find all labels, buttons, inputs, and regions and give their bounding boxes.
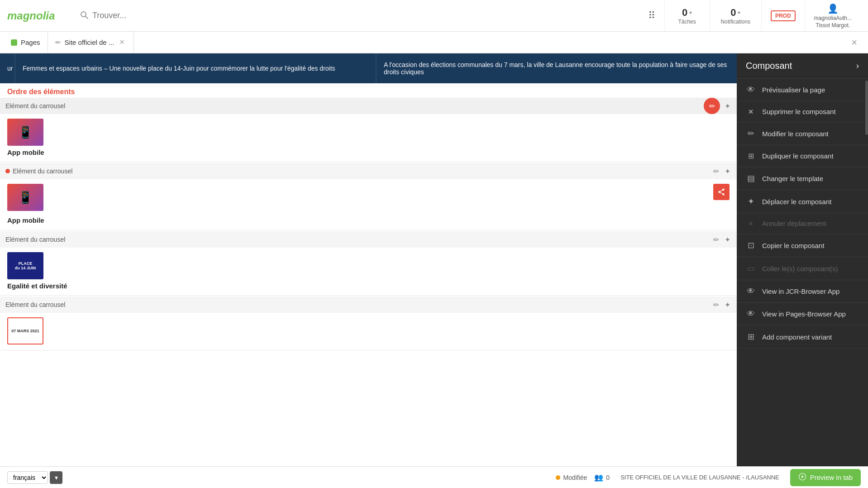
carousel-item-3-label: Elément du carrousel <box>5 236 65 243</box>
move-component-label: Déplacer le composant <box>762 198 831 206</box>
view-jcr-label: View in JCR-Browser App <box>762 287 839 295</box>
menu-cancel-move: ✕ Annuler déplacement <box>737 213 868 234</box>
copy-component-label: Copier le composant <box>762 242 825 249</box>
menu-move-component[interactable]: ✦ Déplacer le composant <box>737 190 868 213</box>
view-pages-icon: 👁 <box>746 309 756 319</box>
logo-text: magnolia <box>7 10 55 22</box>
carousel-item-2-share-btn[interactable] <box>713 184 730 200</box>
carousel-item-1: Elément du carrousel ✏ ✦ 📱 App mobile <box>0 98 737 162</box>
site-tab[interactable]: ✏ Site officiel de ... × <box>48 32 134 53</box>
tab-edit-icon: ✏ <box>55 38 61 47</box>
carousel-item-2-thumb: 📱 <box>7 184 43 211</box>
language-selector[interactable]: français English Deutsch ▾ <box>7 471 62 484</box>
site-tab-label: Site officiel de ... <box>65 38 114 46</box>
panel-title: Composant <box>746 61 792 71</box>
menu-delete-component[interactable]: ✕ Supprimer le composant <box>737 101 868 122</box>
panel-close-button[interactable]: × <box>844 37 864 48</box>
carousel-item-1-header: Elément du carrousel ✏ ✦ <box>0 98 737 114</box>
change-template-icon: ▤ <box>746 173 756 183</box>
user-name-line1: magnoliaAuth... <box>814 15 852 21</box>
notifications-counter[interactable]: 0 ▾ Notifications <box>710 0 762 32</box>
preview-page-icon: 👁 <box>746 85 756 95</box>
preview-btn-label: Preview in tab <box>810 474 853 481</box>
user-menu[interactable]: 👤 magnoliaAuth... Tissot Margot. <box>805 0 861 32</box>
carousel-item-2-content: 📱 <box>0 179 737 216</box>
paste-component-label: Coller le(s) composant(s) <box>762 265 838 273</box>
carousel-item-4-header: Elément du carrousel ✏ ✦ <box>0 297 737 313</box>
pages-tab[interactable]: Pages <box>4 32 48 53</box>
paste-component-icon: ▭ <box>746 263 756 273</box>
topbar-right: ⠿ 0 ▾ Tâches 0 ▾ Notifications PROD 👤 ma… <box>639 0 861 32</box>
grid-icon: ⠿ <box>648 10 655 22</box>
carousel-item-4-edit-btn[interactable]: ✏ <box>712 300 720 310</box>
menu-change-template[interactable]: ▤ Changer le template <box>737 167 868 190</box>
menu-add-variant[interactable]: ⊞ Add component variant <box>737 325 868 349</box>
menu-edit-component[interactable]: ✏ Modifier le composant <box>737 122 868 145</box>
users-count-display: 👥 0 <box>594 473 610 482</box>
language-select[interactable]: français English Deutsch <box>7 471 48 484</box>
user-icon: 👤 <box>827 3 839 14</box>
bottom-bar: français English Deutsch ▾ Modifiée 👥 0 … <box>0 466 868 488</box>
copy-component-icon: ⊡ <box>746 240 756 250</box>
carousel-item-4-move-btn[interactable]: ✦ <box>724 300 731 310</box>
status-dot <box>556 475 560 480</box>
carousel-item-4-thumb: 07 MARS 2021 <box>7 317 43 344</box>
add-variant-icon: ⊞ <box>746 332 756 342</box>
carousel-item-4-icons: ✏ ✦ <box>712 300 731 310</box>
ordre-title: Ordre des éléments <box>7 88 75 96</box>
notifications-label: Notifications <box>721 19 750 25</box>
move-component-icon: ✦ <box>746 196 756 206</box>
preview-btn-icon <box>798 473 806 483</box>
carousel-item-3: Elément du carrousel ✏ ✦ PLACEdu 14 JUIN… <box>0 231 737 296</box>
search-input[interactable] <box>92 11 387 20</box>
carousel-item-1-edit-btn[interactable]: ✏ <box>704 98 720 114</box>
grid-icon-button[interactable]: ⠿ <box>639 0 665 32</box>
carousel-item-3-move-btn[interactable]: ✦ <box>724 234 731 245</box>
carousel-item-4-label: Elément du carrousel <box>5 301 65 308</box>
site-path: SITE OFFICIEL DE LA VILLE DE LAUSANNE - … <box>620 474 779 481</box>
menu-preview-page[interactable]: 👁 Prévisualiser la page <box>737 79 868 101</box>
carousel-item-2-move-btn[interactable]: ✦ <box>724 166 731 177</box>
users-icon: 👥 <box>594 473 603 482</box>
user-name-line2: Tissot Margot. <box>816 22 850 29</box>
carousel-item-1-content: 📱 App mobile <box>0 114 737 162</box>
carousel-item-3-content: PLACEdu 14 JUIN Egalité et diversité <box>0 248 737 295</box>
menu-paste-component: ▭ Coller le(s) composant(s) <box>737 257 868 280</box>
search-area[interactable] <box>80 10 387 21</box>
carousel-item-2-label: Elément du carrousel <box>5 167 72 175</box>
carousel-item-3-header: Elément du carrousel ✏ ✦ <box>0 231 737 248</box>
site-tab-close[interactable]: × <box>118 37 126 48</box>
banner-middle: Femmes et espaces urbains – Une nouvelle… <box>14 53 376 83</box>
carousel-item-2-title: App mobile <box>7 216 44 224</box>
carousel-item-1-move-btn[interactable]: ✦ <box>724 101 731 111</box>
delete-component-icon: ✕ <box>746 108 756 115</box>
carousel-item-3-icons: ✏ ✦ <box>712 234 731 245</box>
tasks-counter[interactable]: 0 ▾ Tâches <box>665 0 710 32</box>
carousel-item-2-edit-btn[interactable]: ✏ <box>712 166 720 177</box>
carousel-item-2-dot <box>5 169 10 173</box>
pages-tab-dot <box>11 39 17 46</box>
carousel-item-4: Elément du carrousel ✏ ✦ 07 MARS 2021 <box>0 297 737 350</box>
status-section: Modifiée 👥 0 <box>556 473 610 482</box>
panel-scrollbar[interactable] <box>865 81 868 135</box>
edit-component-icon: ✏ <box>746 129 756 139</box>
tasks-count: 0 <box>682 7 687 19</box>
add-variant-label: Add component variant <box>762 333 832 341</box>
carousel-item-1-label: Elément du carrousel <box>5 102 65 110</box>
duplicate-component-label: Dupliquer le composant <box>762 152 834 160</box>
carousel-item-2-icons: ✏ ✦ <box>712 166 731 177</box>
menu-view-pages[interactable]: 👁 View in Pages-Browser App <box>737 303 868 325</box>
preview-in-tab-button[interactable]: Preview in tab <box>790 469 861 486</box>
menu-duplicate-component[interactable]: ⊞ Dupliquer le composant <box>737 145 868 167</box>
prod-badge-area[interactable]: PROD <box>762 0 805 32</box>
panel-expand-btn[interactable]: › <box>856 61 859 71</box>
content-area: ur Femmes et espaces urbains – Une nouve… <box>0 53 737 466</box>
menu-view-jcr[interactable]: 👁 View in JCR-Browser App <box>737 280 868 303</box>
notifications-count: 0 <box>730 7 736 19</box>
language-chevron-btn[interactable]: ▾ <box>50 471 62 484</box>
preview-page-label: Prévisualiser la page <box>762 86 825 94</box>
menu-copy-component[interactable]: ⊡ Copier le composant <box>737 234 868 257</box>
delete-component-label: Supprimer le composant <box>762 108 836 115</box>
carousel-item-1-title: App mobile <box>7 148 730 156</box>
carousel-item-3-edit-btn[interactable]: ✏ <box>712 234 720 245</box>
